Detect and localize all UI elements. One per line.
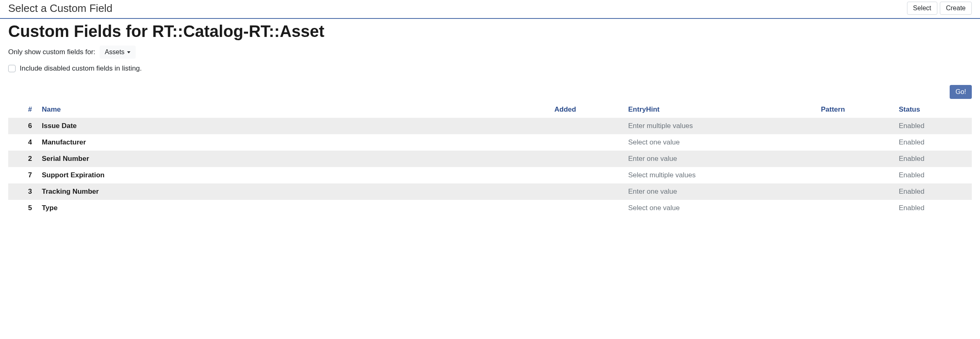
cell-added [549,167,623,183]
select-button[interactable]: Select [907,2,937,15]
cell-status: Enabled [894,167,972,183]
cell-num: 4 [8,134,37,151]
cell-status: Enabled [894,200,972,216]
cell-pattern [816,183,894,200]
header-title: Select a Custom Field [8,2,112,15]
header-buttons: Select Create [907,2,972,15]
cell-added [549,151,623,167]
cell-status: Enabled [894,151,972,167]
page-container: Select a Custom Field Select Create Cust… [0,0,980,224]
filter-dropdown-label: Assets [105,48,125,56]
table-row[interactable]: 5TypeSelect one valueEnabled [8,200,972,216]
cell-num: 2 [8,151,37,167]
go-row: Go! [8,85,972,99]
col-header-status[interactable]: Status [894,101,972,118]
table-body: 6Issue DateEnter multiple valuesEnabled4… [8,118,972,216]
col-header-entryhint[interactable]: EntryHint [623,101,816,118]
cell-name: Type [37,200,549,216]
create-button[interactable]: Create [940,2,972,15]
cell-entryhint: Select one value [623,200,816,216]
cell-pattern [816,167,894,183]
table-row[interactable]: 2Serial NumberEnter one valueEnabled [8,151,972,167]
page-title: Custom Fields for RT::Catalog-RT::Asset [8,22,972,41]
header-bar: Select a Custom Field Select Create [0,0,980,19]
col-header-num[interactable]: # [8,101,37,118]
cell-name: Tracking Number [37,183,549,200]
cell-name: Manufacturer [37,134,549,151]
col-header-name[interactable]: Name [37,101,549,118]
custom-fields-table: # Name Added EntryHint Pattern Status 6I… [8,101,972,216]
cell-entryhint: Select multiple values [623,167,816,183]
table-row[interactable]: 6Issue DateEnter multiple valuesEnabled [8,118,972,134]
cell-entryhint: Select one value [623,134,816,151]
cell-num: 5 [8,200,37,216]
include-disabled-label: Include disabled custom fields in listin… [20,64,142,73]
include-disabled-row: Include disabled custom fields in listin… [8,64,972,73]
table-row[interactable]: 4ManufacturerSelect one valueEnabled [8,134,972,151]
cell-added [549,183,623,200]
cell-added [549,200,623,216]
cell-name: Issue Date [37,118,549,134]
col-header-added[interactable]: Added [549,101,623,118]
cell-pattern [816,200,894,216]
table-row[interactable]: 3Tracking NumberEnter one valueEnabled [8,183,972,200]
cell-added [549,134,623,151]
cell-entryhint: Enter multiple values [623,118,816,134]
cell-status: Enabled [894,183,972,200]
cell-pattern [816,151,894,167]
cell-num: 3 [8,183,37,200]
table-row[interactable]: 7Support ExpirationSelect multiple value… [8,167,972,183]
go-button[interactable]: Go! [950,85,972,99]
cell-entryhint: Enter one value [623,151,816,167]
filter-dropdown[interactable]: Assets [100,46,136,59]
cell-pattern [816,134,894,151]
content: Custom Fields for RT::Catalog-RT::Asset … [0,19,980,224]
cell-name: Serial Number [37,151,549,167]
chevron-down-icon [127,51,130,53]
filter-row: Only show custom fields for: Assets [8,46,972,59]
cell-num: 6 [8,118,37,134]
col-header-pattern[interactable]: Pattern [816,101,894,118]
cell-num: 7 [8,167,37,183]
filter-label: Only show custom fields for: [8,48,96,56]
cell-name: Support Expiration [37,167,549,183]
cell-pattern [816,118,894,134]
include-disabled-checkbox[interactable] [8,65,16,72]
table-header: # Name Added EntryHint Pattern Status [8,101,972,118]
cell-added [549,118,623,134]
cell-status: Enabled [894,134,972,151]
cell-entryhint: Enter one value [623,183,816,200]
cell-status: Enabled [894,118,972,134]
